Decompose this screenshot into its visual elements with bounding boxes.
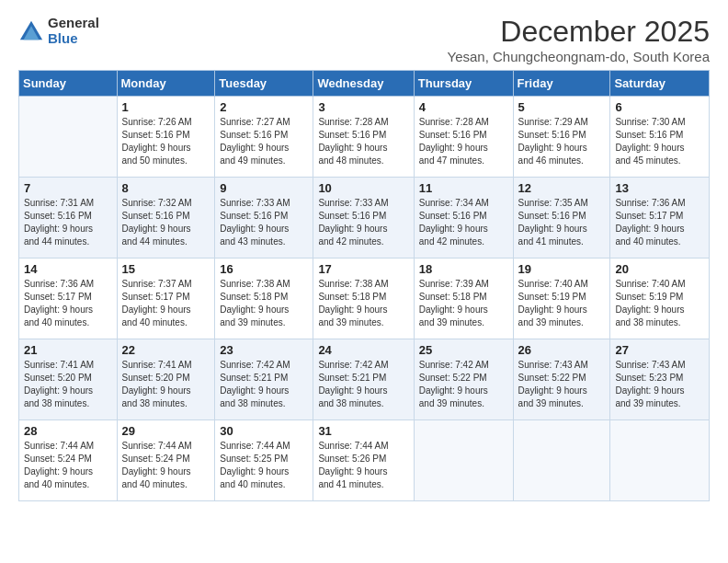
day-info: Sunrise: 7:41 AM Sunset: 5:20 PM Dayligh… [24, 359, 112, 410]
calendar-cell: 10Sunrise: 7:33 AM Sunset: 5:16 PM Dayli… [313, 178, 414, 259]
day-number: 3 [318, 100, 408, 114]
day-number: 30 [220, 424, 308, 438]
day-info: Sunrise: 7:35 AM Sunset: 5:16 PM Dayligh… [518, 197, 606, 248]
day-info: Sunrise: 7:44 AM Sunset: 5:26 PM Dayligh… [318, 440, 408, 491]
calendar-cell: 22Sunrise: 7:41 AM Sunset: 5:20 PM Dayli… [117, 339, 215, 420]
calendar-cell: 14Sunrise: 7:36 AM Sunset: 5:17 PM Dayli… [19, 259, 118, 339]
day-info: Sunrise: 7:39 AM Sunset: 5:18 PM Dayligh… [419, 278, 508, 329]
calendar-cell [414, 420, 513, 501]
day-number: 11 [419, 181, 508, 195]
calendar-cell [513, 420, 610, 501]
day-number: 18 [419, 262, 508, 276]
day-number: 31 [318, 424, 408, 438]
subtitle: Yesan, Chungcheongnam-do, South Korea [448, 49, 711, 64]
day-info: Sunrise: 7:33 AM Sunset: 5:16 PM Dayligh… [220, 197, 308, 248]
calendar-cell: 24Sunrise: 7:42 AM Sunset: 5:21 PM Dayli… [313, 339, 414, 420]
calendar-cell: 5Sunrise: 7:29 AM Sunset: 5:16 PM Daylig… [513, 97, 610, 178]
day-number: 6 [615, 100, 704, 114]
page-container: General Blue December 2025 Yesan, Chungc… [0, 0, 728, 511]
day-number: 5 [518, 100, 606, 114]
calendar-cell: 11Sunrise: 7:34 AM Sunset: 5:16 PM Dayli… [414, 178, 513, 259]
logo-text: General Blue [48, 15, 99, 46]
calendar-week-row: 14Sunrise: 7:36 AM Sunset: 5:17 PM Dayli… [19, 259, 710, 339]
weekday-header: Sunday [19, 71, 118, 97]
day-info: Sunrise: 7:28 AM Sunset: 5:16 PM Dayligh… [419, 116, 508, 167]
day-info: Sunrise: 7:42 AM Sunset: 5:22 PM Dayligh… [419, 359, 508, 410]
day-number: 2 [220, 100, 308, 114]
calendar-cell: 30Sunrise: 7:44 AM Sunset: 5:25 PM Dayli… [215, 420, 313, 501]
day-number: 24 [318, 343, 408, 357]
calendar-cell: 23Sunrise: 7:42 AM Sunset: 5:21 PM Dayli… [215, 339, 313, 420]
day-number: 17 [318, 262, 408, 276]
day-number: 1 [122, 100, 210, 114]
calendar-cell: 8Sunrise: 7:32 AM Sunset: 5:16 PM Daylig… [117, 178, 215, 259]
calendar-cell: 25Sunrise: 7:42 AM Sunset: 5:22 PM Dayli… [414, 339, 513, 420]
calendar-week-row: 21Sunrise: 7:41 AM Sunset: 5:20 PM Dayli… [19, 339, 710, 420]
calendar-cell: 15Sunrise: 7:37 AM Sunset: 5:17 PM Dayli… [117, 259, 215, 339]
day-info: Sunrise: 7:32 AM Sunset: 5:16 PM Dayligh… [122, 197, 210, 248]
month-title: December 2025 [448, 15, 711, 49]
calendar-table: SundayMondayTuesdayWednesdayThursdayFrid… [18, 70, 710, 501]
day-number: 12 [518, 181, 606, 195]
day-info: Sunrise: 7:33 AM Sunset: 5:16 PM Dayligh… [318, 197, 408, 248]
calendar-cell: 18Sunrise: 7:39 AM Sunset: 5:18 PM Dayli… [414, 259, 513, 339]
day-number: 16 [220, 262, 308, 276]
day-info: Sunrise: 7:34 AM Sunset: 5:16 PM Dayligh… [419, 197, 508, 248]
calendar-cell: 19Sunrise: 7:40 AM Sunset: 5:19 PM Dayli… [513, 259, 610, 339]
day-info: Sunrise: 7:43 AM Sunset: 5:23 PM Dayligh… [615, 359, 704, 410]
day-number: 25 [419, 343, 508, 357]
day-number: 26 [518, 343, 606, 357]
day-number: 8 [122, 181, 210, 195]
calendar-week-row: 1Sunrise: 7:26 AM Sunset: 5:16 PM Daylig… [19, 97, 710, 178]
calendar-cell: 4Sunrise: 7:28 AM Sunset: 5:16 PM Daylig… [414, 97, 513, 178]
day-number: 4 [419, 100, 508, 114]
day-number: 7 [24, 181, 112, 195]
day-number: 23 [220, 343, 308, 357]
calendar-cell: 9Sunrise: 7:33 AM Sunset: 5:16 PM Daylig… [215, 178, 313, 259]
day-number: 28 [24, 424, 112, 438]
day-info: Sunrise: 7:38 AM Sunset: 5:18 PM Dayligh… [318, 278, 408, 329]
weekday-header: Saturday [610, 71, 710, 97]
calendar-week-row: 7Sunrise: 7:31 AM Sunset: 5:16 PM Daylig… [19, 178, 710, 259]
day-number: 19 [518, 262, 606, 276]
day-number: 20 [615, 262, 704, 276]
day-info: Sunrise: 7:43 AM Sunset: 5:22 PM Dayligh… [518, 359, 606, 410]
day-info: Sunrise: 7:30 AM Sunset: 5:16 PM Dayligh… [615, 116, 704, 167]
logo-icon [18, 17, 44, 43]
day-info: Sunrise: 7:44 AM Sunset: 5:25 PM Dayligh… [220, 440, 308, 491]
day-info: Sunrise: 7:28 AM Sunset: 5:16 PM Dayligh… [318, 116, 408, 167]
calendar-cell: 13Sunrise: 7:36 AM Sunset: 5:17 PM Dayli… [610, 178, 710, 259]
weekday-header: Wednesday [313, 71, 414, 97]
calendar-cell: 6Sunrise: 7:30 AM Sunset: 5:16 PM Daylig… [610, 97, 710, 178]
calendar-week-row: 28Sunrise: 7:44 AM Sunset: 5:24 PM Dayli… [19, 420, 710, 501]
calendar-cell: 1Sunrise: 7:26 AM Sunset: 5:16 PM Daylig… [117, 97, 215, 178]
day-info: Sunrise: 7:29 AM Sunset: 5:16 PM Dayligh… [518, 116, 606, 167]
calendar-cell: 31Sunrise: 7:44 AM Sunset: 5:26 PM Dayli… [313, 420, 414, 501]
weekday-header: Thursday [414, 71, 513, 97]
day-number: 14 [24, 262, 112, 276]
calendar-cell: 2Sunrise: 7:27 AM Sunset: 5:16 PM Daylig… [215, 97, 313, 178]
day-info: Sunrise: 7:36 AM Sunset: 5:17 PM Dayligh… [615, 197, 704, 248]
calendar-cell: 27Sunrise: 7:43 AM Sunset: 5:23 PM Dayli… [610, 339, 710, 420]
day-number: 13 [615, 181, 704, 195]
calendar-cell: 20Sunrise: 7:40 AM Sunset: 5:19 PM Dayli… [610, 259, 710, 339]
day-number: 10 [318, 181, 408, 195]
day-info: Sunrise: 7:42 AM Sunset: 5:21 PM Dayligh… [318, 359, 408, 410]
title-block: December 2025 Yesan, Chungcheongnam-do, … [448, 15, 711, 64]
calendar-cell: 29Sunrise: 7:44 AM Sunset: 5:24 PM Dayli… [117, 420, 215, 501]
day-info: Sunrise: 7:26 AM Sunset: 5:16 PM Dayligh… [122, 116, 210, 167]
day-number: 21 [24, 343, 112, 357]
calendar-cell: 17Sunrise: 7:38 AM Sunset: 5:18 PM Dayli… [313, 259, 414, 339]
calendar-cell: 21Sunrise: 7:41 AM Sunset: 5:20 PM Dayli… [19, 339, 118, 420]
day-info: Sunrise: 7:42 AM Sunset: 5:21 PM Dayligh… [220, 359, 308, 410]
calendar-cell [19, 97, 118, 178]
day-info: Sunrise: 7:40 AM Sunset: 5:19 PM Dayligh… [518, 278, 606, 329]
calendar-cell: 3Sunrise: 7:28 AM Sunset: 5:16 PM Daylig… [313, 97, 414, 178]
header: General Blue December 2025 Yesan, Chungc… [18, 15, 710, 64]
weekday-header: Friday [513, 71, 610, 97]
calendar-header-row: SundayMondayTuesdayWednesdayThursdayFrid… [19, 71, 710, 97]
weekday-header: Tuesday [215, 71, 313, 97]
calendar-cell: 12Sunrise: 7:35 AM Sunset: 5:16 PM Dayli… [513, 178, 610, 259]
day-info: Sunrise: 7:31 AM Sunset: 5:16 PM Dayligh… [24, 197, 112, 248]
day-info: Sunrise: 7:40 AM Sunset: 5:19 PM Dayligh… [615, 278, 704, 329]
